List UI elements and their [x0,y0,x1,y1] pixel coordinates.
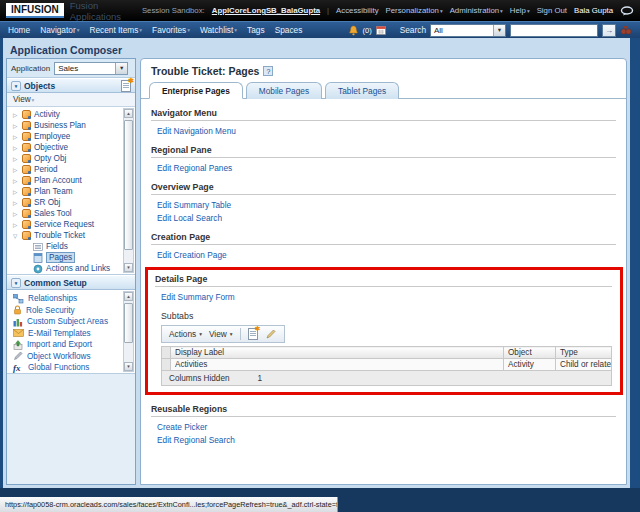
sign-out-link[interactable]: Sign Out [537,6,567,15]
edit-creation-page-link[interactable]: Edit Creation Page [157,250,616,260]
edit-regional-search-link[interactable]: Edit Regional Search [157,435,616,445]
help-menu[interactable]: Help▾ [510,6,530,15]
search-scope-select[interactable]: All▼ [430,24,506,37]
expand-icon[interactable]: ▷ [11,178,19,184]
tree-item-pages[interactable]: Pages [11,252,121,263]
edit-summary-form-link[interactable]: Edit Summary Form [161,292,612,302]
chevron-down-icon: ▾ [234,27,237,33]
common-setup-custom-subject-areas[interactable]: Custom Subject Areas [13,316,121,328]
common-setup-global-functions[interactable]: fx Global Functions [13,362,121,374]
star-icon: ✱ [128,77,134,85]
scroll-up-icon[interactable]: ▲ [124,292,133,301]
scroll-up-icon[interactable]: ▲ [124,109,133,118]
nav-recent-items-label: Recent Items [89,25,138,35]
nav-favorites[interactable]: Favorites▾ [152,25,190,35]
collapse-icon[interactable]: ▾ [11,278,21,288]
star-icon: ✱ [255,325,261,333]
nav-home[interactable]: Home [8,25,30,35]
nav-watchlist[interactable]: Watchlist▾ [200,25,237,35]
scroll-thumb[interactable] [124,303,133,343]
col-display-label[interactable]: Display Label [171,347,504,359]
edit-regional-panes-link[interactable]: Edit Regional Panes [157,163,616,173]
tab-tablet-pages[interactable]: Tablet Pages [325,82,399,99]
expand-icon[interactable]: ▷ [11,200,19,206]
nav-navigator[interactable]: Navigator▾ [40,25,79,35]
common-setup-import-export[interactable]: Import and Export [13,339,121,351]
advanced-search-icon[interactable] [620,25,632,36]
expand-icon[interactable]: ▷ [11,123,19,129]
scroll-thumb[interactable] [124,120,133,250]
calendar-icon[interactable] [376,25,386,35]
tree-item-sales-tool[interactable]: ▷Sales Tool [11,208,121,219]
create-subtab-icon[interactable]: ✱ [248,328,258,340]
expand-icon[interactable]: ▷ [11,156,19,162]
personalization-menu[interactable]: Personalization▾ [386,6,443,15]
expand-icon[interactable]: ▷ [11,134,19,140]
col-object[interactable]: Object [504,347,556,359]
tree-item-plan-account[interactable]: ▷Plan Account [11,175,121,186]
application-select[interactable]: Sales▼ [54,62,128,75]
tree-item-fields[interactable]: Fields [11,241,121,252]
common-setup-label: Object Workflows [27,352,91,361]
edit-summary-table-link[interactable]: Edit Summary Table [157,200,616,210]
tree-item-label: Service Request [34,220,94,229]
tree-item-sr-obj[interactable]: ▷SR Obj [11,197,121,208]
window-frame: Application Composer Application Sales▼ … [0,38,640,488]
common-setup-role-security[interactable]: Role Security [13,305,121,317]
object-icon [22,187,31,196]
common-setup-email-templates[interactable]: E-Mail Templates [13,328,121,340]
section-title: Navigator Menu [151,108,616,121]
collapse-icon[interactable]: ▾ [11,81,21,91]
expand-icon[interactable]: ▷ [11,222,19,228]
nav-spaces[interactable]: Spaces [275,25,303,35]
nav-favorites-label: Favorites [152,25,186,35]
common-setup-object-workflows[interactable]: Object Workflows [13,351,121,363]
administration-menu[interactable]: Administration▾ [450,6,503,15]
scroll-down-icon[interactable]: ▼ [124,362,133,371]
actions-menu-button[interactable]: Actions▾ [169,329,202,339]
nav-recent-items[interactable]: Recent Items▾ [89,25,142,35]
help-label: Help [510,6,526,15]
collapse-icon[interactable]: ▽ [11,233,19,239]
tree-item-actions-and-links[interactable]: Actions and Links [11,263,121,274]
expand-icon[interactable]: ▷ [11,145,19,151]
table-row[interactable]: Activities Activity Child or related obj… [162,359,612,371]
tree-item-label: Objective [34,143,68,152]
create-picker-link[interactable]: Create Picker [157,422,616,432]
scroll-down-icon[interactable]: ▼ [124,263,133,272]
tree-item-period[interactable]: ▷Period [11,164,121,175]
tree-item-plan-team[interactable]: ▷Plan Team [11,186,121,197]
edit-icon[interactable] [265,328,277,340]
help-icon[interactable]: ? [263,66,273,76]
expand-icon[interactable]: ▷ [11,189,19,195]
tree-item-activity[interactable]: ▷Activity [11,109,121,120]
col-type[interactable]: Type [556,347,612,359]
tab-mobile-pages[interactable]: Mobile Pages [246,82,322,99]
session-sandbox-link[interactable]: ApplCoreLongSB_BalaGupta [212,6,320,15]
tab-enterprise-pages[interactable]: Enterprise Pages [149,82,243,99]
tree-item-trouble-ticket[interactable]: ▽Trouble Ticket [11,230,121,241]
tree-item-business-plan[interactable]: ▷Business Plan [11,120,121,131]
alerts-bell-icon[interactable] [348,25,359,36]
expand-icon[interactable]: ▷ [11,167,19,173]
tree-scrollbar[interactable]: ▲ ▼ [123,108,134,273]
tree-item-opty-obj[interactable]: ▷Opty Obj [11,153,121,164]
common-setup-scrollbar[interactable]: ▲ ▼ [123,291,134,372]
new-object-icon[interactable]: ✱ [121,80,131,92]
edit-navigation-menu-link[interactable]: Edit Navigation Menu [157,126,616,136]
common-setup-relationships[interactable]: Relationships [13,293,121,305]
tree-view-menu[interactable]: View▾ [7,93,135,107]
tree-item-employee[interactable]: ▷Employee [11,131,121,142]
expand-icon[interactable]: ▷ [11,112,19,118]
chat-icon[interactable] [620,6,634,16]
section-title: Details Page [155,274,612,287]
tree-item-service-request[interactable]: ▷Service Request [11,219,121,230]
search-input[interactable] [510,24,598,37]
edit-local-search-link[interactable]: Edit Local Search [157,213,616,223]
nav-tags[interactable]: Tags [247,25,265,35]
search-go-button[interactable]: → [602,24,616,37]
expand-icon[interactable]: ▷ [11,211,19,217]
tree-item-objective[interactable]: ▷Objective [11,142,121,153]
accessibility-link[interactable]: Accessibility [336,6,378,15]
view-menu-button[interactable]: View▾ [209,329,233,339]
